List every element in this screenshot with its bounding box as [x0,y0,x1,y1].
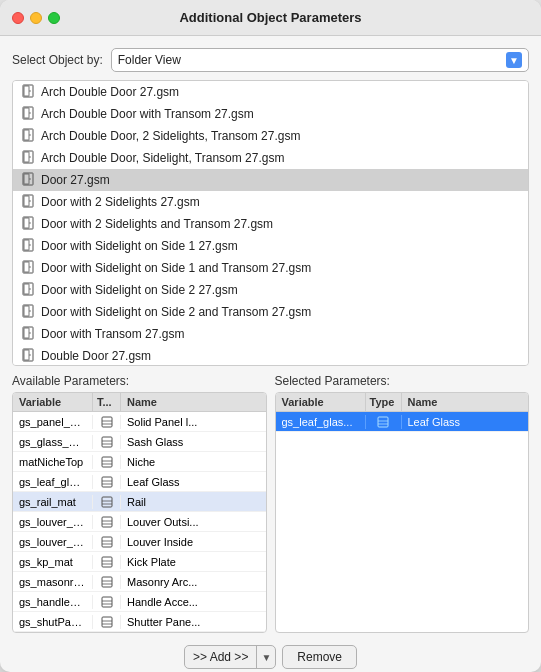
svg-rect-24 [23,261,33,273]
svg-point-2 [29,90,30,91]
svg-rect-75 [378,417,388,427]
svg-rect-45 [102,437,112,447]
svg-point-17 [29,200,30,201]
svg-point-5 [29,112,30,113]
object-list-item[interactable]: Door with 2 Sidelights and Transom 27.gs… [13,213,528,235]
title-bar: Additional Object Parameters [0,0,541,36]
close-button[interactable] [12,12,24,24]
svg-point-32 [29,310,30,311]
available-parameters-panel: Available Parameters: Variable T... Name… [12,374,267,633]
svg-rect-3 [23,107,33,119]
svg-rect-19 [24,218,29,228]
available-row-type [93,535,121,549]
object-item-icon [21,282,35,299]
available-table-row[interactable]: gs_louver_m... Louver Inside [13,532,266,552]
svg-rect-18 [23,217,33,229]
available-table-row[interactable]: gs_louver_mat Louver Outsi... [13,512,266,532]
selected-row-type [366,415,402,429]
available-table-body[interactable]: gs_panel_m... Solid Panel l... gs_glass_… [13,412,266,632]
object-item-icon [21,150,35,167]
add-button-group[interactable]: >> Add >> ▼ [184,645,276,669]
minimize-button[interactable] [30,12,42,24]
remove-button[interactable]: Remove [282,645,357,669]
svg-rect-4 [24,108,29,118]
available-table-row[interactable]: gs_panel_m... Solid Panel l... [13,412,266,432]
svg-rect-31 [24,306,29,316]
available-table-row[interactable]: matNicheTop Niche [13,452,266,472]
object-list[interactable]: Arch Double Door 27.gsm Arch Double Door… [12,80,529,366]
zoom-button[interactable] [48,12,60,24]
object-list-item[interactable]: Arch Double Door, 2 Sidelights, Transom … [13,125,528,147]
available-row-variable: gs_panel_m... [13,415,93,429]
selected-row-variable: gs_leaf_glas... [276,415,366,429]
traffic-lights [12,12,60,24]
svg-rect-54 [102,497,112,507]
svg-rect-60 [102,537,112,547]
add-dropdown-arrow-icon[interactable]: ▼ [256,646,275,668]
svg-point-38 [29,354,30,355]
object-list-item[interactable]: Door with Sidelight on Side 2 and Transo… [13,301,528,323]
object-item-icon [21,348,35,365]
object-list-item[interactable]: Arch Double Door, Sidelight, Transom 27.… [13,147,528,169]
object-item-name: Door 27.gsm [41,173,110,187]
object-list-item[interactable]: Door 27.gsm [13,169,528,191]
available-row-name: Handle Acce... [121,595,266,609]
object-list-item[interactable]: Door with Sidelight on Side 1 27.gsm [13,235,528,257]
selected-table-body[interactable]: gs_leaf_glas... Leaf Glass [276,412,529,632]
available-row-variable: gs_handle_a... [13,595,93,609]
svg-point-23 [29,244,30,245]
object-item-name: Arch Double Door 27.gsm [41,85,179,99]
available-row-name: Masonry Arc... [121,575,266,589]
object-item-icon [21,216,35,233]
object-list-item[interactable]: Door with Sidelight on Side 2 27.gsm [13,279,528,301]
object-list-item[interactable]: Arch Double Door 27.gsm [13,81,528,103]
object-list-item[interactable]: Double Door 27.gsm [13,345,528,366]
svg-point-35 [29,332,30,333]
object-list-item[interactable]: Arch Double Door with Transom 27.gsm [13,103,528,125]
available-row-type [93,415,121,429]
object-list-item[interactable]: Door with 2 Sidelights 27.gsm [13,191,528,213]
folder-view-select[interactable]: Folder View ▼ [111,48,529,72]
svg-rect-33 [23,327,33,339]
object-item-icon [21,172,35,189]
available-row-variable: gs_shutPane... [13,615,93,629]
available-table-row[interactable]: gs_kp_mat Kick Plate [13,552,266,572]
folder-select-arrow-icon[interactable]: ▼ [506,52,522,68]
available-row-name: Shutter Pane... [121,615,266,629]
selected-table-row[interactable]: gs_leaf_glas... Leaf Glass [276,412,529,432]
available-table-row[interactable]: gs_glass_mat Sash Glass [13,432,266,452]
svg-rect-13 [24,174,29,184]
object-list-item[interactable]: Door with Sidelight on Side 1 and Transo… [13,257,528,279]
object-item-icon [21,260,35,277]
object-item-name: Arch Double Door, Sidelight, Transom 27.… [41,151,284,165]
object-list-item[interactable]: Door with Transom 27.gsm [13,323,528,345]
svg-rect-69 [102,597,112,607]
available-row-name: Louver Inside [121,535,266,549]
selected-row-name: Leaf Glass [402,415,529,429]
available-row-type [93,615,121,629]
svg-rect-48 [102,457,112,467]
select-by-label: Select Object by: [12,53,103,67]
available-row-name: Niche [121,455,266,469]
available-table-row[interactable]: gs_masonry... Masonry Arc... [13,572,266,592]
available-row-variable: gs_glass_mat [13,435,93,449]
available-row-variable: matNicheTop [13,455,93,469]
svg-rect-22 [24,240,29,250]
main-content: Select Object by: Folder View ▼ Arch Dou… [0,36,541,672]
available-row-variable: gs_rail_mat [13,495,93,509]
available-table-row[interactable]: gs_leaf_glas... Leaf Glass [13,472,266,492]
add-button[interactable]: >> Add >> [185,650,256,664]
available-row-variable: gs_leaf_glas... [13,475,93,489]
object-item-icon [21,326,35,343]
available-table-row[interactable]: gs_rail_mat Rail [13,492,266,512]
selected-header-name: Name [402,393,529,411]
available-table-row[interactable]: gs_handle_a... Handle Acce... [13,592,266,612]
available-row-name: Sash Glass [121,435,266,449]
selected-header-type: Type [366,393,402,411]
svg-rect-21 [23,239,33,251]
object-item-name: Arch Double Door, 2 Sidelights, Transom … [41,129,300,143]
svg-rect-12 [23,173,33,185]
available-row-variable: gs_louver_mat [13,515,93,529]
object-item-name: Door with Transom 27.gsm [41,327,184,341]
available-table-row[interactable]: gs_shutPane... Shutter Pane... [13,612,266,632]
